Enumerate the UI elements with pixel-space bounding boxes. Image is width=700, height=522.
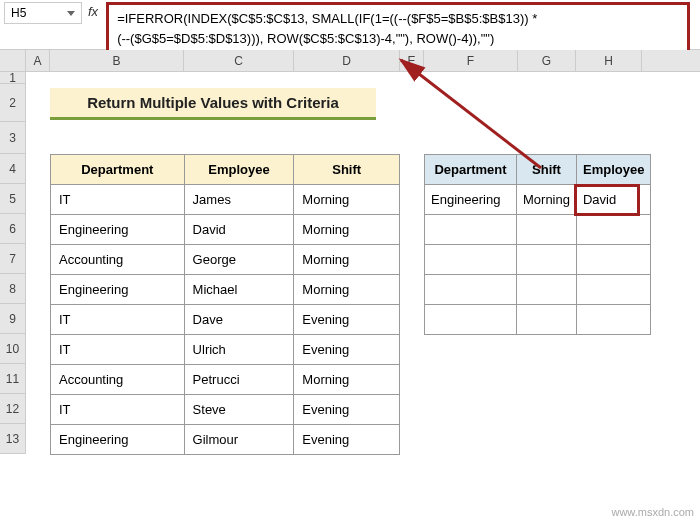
cell[interactable]: Accounting xyxy=(51,365,185,395)
cell[interactable]: Morning xyxy=(294,215,400,245)
cell[interactable]: George xyxy=(184,245,294,275)
cell[interactable] xyxy=(576,245,650,275)
lookup-table: Department Shift Employee EngineeringMor… xyxy=(424,154,651,335)
col-header-h[interactable]: H xyxy=(576,50,642,71)
svg-line-0 xyxy=(401,60,541,168)
table-row[interactable]: EngineeringMorningDavid xyxy=(425,185,651,215)
name-box[interactable]: H5 xyxy=(4,2,82,24)
cell[interactable]: James xyxy=(184,185,294,215)
th-lookup-shift: Shift xyxy=(517,155,577,185)
th-lookup-department: Department xyxy=(425,155,517,185)
cells-area[interactable]: Return Multiple Values with Criteria Dep… xyxy=(26,72,700,454)
col-header-g[interactable]: G xyxy=(518,50,576,71)
th-shift: Shift xyxy=(294,155,400,185)
table-row[interactable]: ITSteveEvening xyxy=(51,395,400,425)
cell[interactable] xyxy=(425,275,517,305)
th-lookup-employee: Employee xyxy=(576,155,650,185)
table-row[interactable] xyxy=(425,245,651,275)
row-header-8[interactable]: 8 xyxy=(0,274,25,304)
table-row[interactable]: EngineeringGilmourEvening xyxy=(51,425,400,455)
row-header-1[interactable]: 1 xyxy=(0,72,25,84)
data-table: Department Employee Shift ITJamesMorning… xyxy=(50,154,400,455)
table-row[interactable]: EngineeringDavidMorning xyxy=(51,215,400,245)
select-all-corner[interactable] xyxy=(0,50,26,71)
cell[interactable]: Evening xyxy=(294,305,400,335)
cell[interactable]: Gilmour xyxy=(184,425,294,455)
fx-icon[interactable]: fx xyxy=(88,4,98,19)
formula-bar[interactable]: =IFERROR(INDEX($C$5:$C$13, SMALL(IF(1=((… xyxy=(106,2,690,55)
cell[interactable] xyxy=(517,245,577,275)
cell[interactable]: Engineering xyxy=(51,425,185,455)
cell[interactable]: David xyxy=(184,215,294,245)
cell[interactable] xyxy=(517,305,577,335)
row-header-9[interactable]: 9 xyxy=(0,304,25,334)
cell[interactable] xyxy=(576,305,650,335)
cell[interactable]: Accounting xyxy=(51,245,185,275)
table-row[interactable]: ITUlrichEvening xyxy=(51,335,400,365)
table-row[interactable]: ITJamesMorning xyxy=(51,185,400,215)
row-header-12[interactable]: 12 xyxy=(0,394,25,424)
cell[interactable]: Evening xyxy=(294,395,400,425)
col-header-f[interactable]: F xyxy=(424,50,518,71)
cell[interactable]: IT xyxy=(51,395,185,425)
cell[interactable]: Morning xyxy=(294,245,400,275)
cell[interactable] xyxy=(517,275,577,305)
cell[interactable]: Dave xyxy=(184,305,294,335)
table-row[interactable] xyxy=(425,305,651,335)
worksheet: A B C D E F G H 1 2 3 4 5 6 7 8 9 10 11 … xyxy=(0,50,700,454)
cell[interactable]: Evening xyxy=(294,425,400,455)
cell[interactable]: Morning xyxy=(294,185,400,215)
cell[interactable]: Morning xyxy=(294,365,400,395)
table-row[interactable] xyxy=(425,275,651,305)
watermark: www.msxdn.com xyxy=(611,506,694,518)
cell[interactable]: IT xyxy=(51,305,185,335)
cell[interactable]: IT xyxy=(51,185,185,215)
col-header-e[interactable]: E xyxy=(400,50,424,71)
cell[interactable]: Morning xyxy=(517,185,577,215)
table-row[interactable]: AccountingGeorgeMorning xyxy=(51,245,400,275)
cell[interactable]: Michael xyxy=(184,275,294,305)
row-header-2[interactable]: 2 xyxy=(0,84,25,122)
fx-group: fx =IFERROR(INDEX($C$5:$C$13, SMALL(IF(1… xyxy=(86,0,700,57)
cell[interactable] xyxy=(425,305,517,335)
row-header-6[interactable]: 6 xyxy=(0,214,25,244)
cell[interactable]: Morning xyxy=(294,275,400,305)
table-row[interactable]: AccountingPetrucciMorning xyxy=(51,365,400,395)
col-header-b[interactable]: B xyxy=(50,50,184,71)
page-title: Return Multiple Values with Criteria xyxy=(50,88,376,120)
cell[interactable]: Petrucci xyxy=(184,365,294,395)
row-header-3[interactable]: 3 xyxy=(0,122,25,154)
table-row[interactable]: ITDaveEvening xyxy=(51,305,400,335)
cell[interactable]: David xyxy=(576,185,650,215)
row-header-13[interactable]: 13 xyxy=(0,424,25,454)
cell[interactable]: Engineering xyxy=(425,185,517,215)
chevron-down-icon[interactable] xyxy=(67,11,75,16)
col-header-d[interactable]: D xyxy=(294,50,400,71)
table-row[interactable]: EngineeringMichaelMorning xyxy=(51,275,400,305)
cell[interactable]: Ulrich xyxy=(184,335,294,365)
cell[interactable]: Steve xyxy=(184,395,294,425)
cell[interactable]: Evening xyxy=(294,335,400,365)
column-headers: A B C D E F G H xyxy=(0,50,700,72)
cell[interactable]: IT xyxy=(51,335,185,365)
row-header-7[interactable]: 7 xyxy=(0,244,25,274)
formula-text-2: (--($G$5=$D$5:$D$13))), ROW($C$5:$C$13)-… xyxy=(117,29,679,49)
name-box-value: H5 xyxy=(11,6,26,20)
cell[interactable] xyxy=(576,215,650,245)
table-row[interactable] xyxy=(425,215,651,245)
row-headers: 1 2 3 4 5 6 7 8 9 10 11 12 13 xyxy=(0,72,26,454)
cell[interactable] xyxy=(576,275,650,305)
col-header-c[interactable]: C xyxy=(184,50,294,71)
row-header-11[interactable]: 11 xyxy=(0,364,25,394)
cell[interactable] xyxy=(425,215,517,245)
row-header-5[interactable]: 5 xyxy=(0,184,25,214)
cell[interactable] xyxy=(517,215,577,245)
col-header-a[interactable]: A xyxy=(26,50,50,71)
th-employee: Employee xyxy=(184,155,294,185)
cell[interactable] xyxy=(425,245,517,275)
cell[interactable]: Engineering xyxy=(51,215,185,245)
cell[interactable]: Engineering xyxy=(51,275,185,305)
row-header-4[interactable]: 4 xyxy=(0,154,25,184)
row-header-10[interactable]: 10 xyxy=(0,334,25,364)
formula-text-1: =IFERROR(INDEX($C$5:$C$13, SMALL(IF(1=((… xyxy=(117,9,679,29)
